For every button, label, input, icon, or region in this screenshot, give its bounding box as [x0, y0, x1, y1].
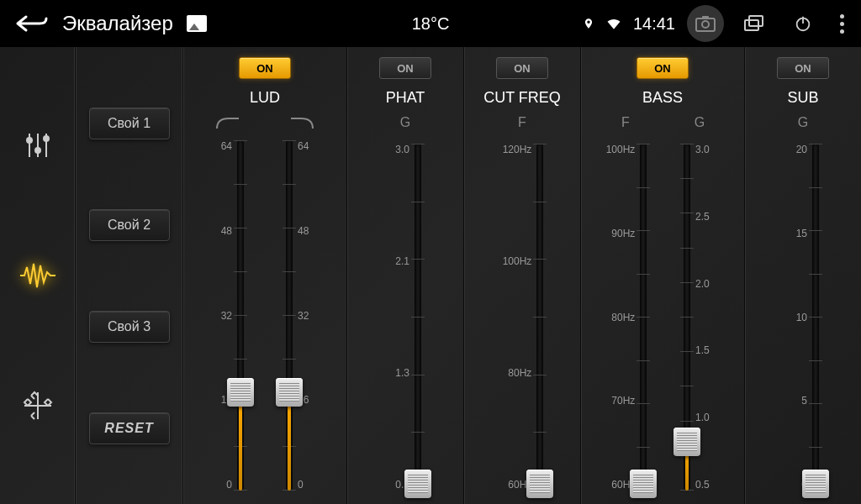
sliders-icon[interactable] [18, 125, 58, 165]
svg-point-10 [27, 138, 32, 143]
bass-g-sub-label: G [695, 115, 705, 134]
lud-thumb-2[interactable] [276, 378, 303, 407]
eq-col-cutfreq: ON CUT FREQ F 120Hz100Hz80Hz60Hz [464, 47, 581, 504]
waveform-icon[interactable] [18, 255, 58, 296]
bass-g-track[interactable] [684, 144, 690, 491]
bass-f-track[interactable] [640, 144, 647, 491]
cutfreq-track[interactable] [536, 144, 543, 491]
eq-col-phat: ON PHAT G 3.02.11.30.5 [347, 47, 464, 504]
cutfreq-label: CUT FREQ [483, 89, 561, 107]
curve-icon [215, 115, 240, 130]
sub-ticks: 20151050 [785, 139, 811, 496]
sub-sub-label: G [798, 115, 808, 134]
camera-button[interactable] [687, 5, 724, 42]
preset-column: Свой 1 Свой 2 Свой 3 RESET [76, 47, 183, 504]
location-icon [583, 18, 594, 29]
menu-dots[interactable] [833, 14, 851, 34]
bass-slider-f: F 100Hz90Hz80Hz70Hz60Hz [592, 115, 659, 504]
reset-button[interactable]: RESET [89, 412, 170, 444]
phat-track[interactable] [415, 144, 421, 491]
phat-sub-label: G [400, 115, 410, 134]
eq-col-lud: ON LUD 644832160 644832160 [183, 47, 347, 504]
sub-label: SUB [787, 89, 818, 107]
lud-ticks-2: 644832160 [294, 135, 320, 496]
svg-point-12 [44, 136, 49, 141]
svg-point-1 [702, 21, 709, 28]
sub-slider: G 20151050 [769, 115, 837, 504]
bass-f-ticks: 100Hz90Hz80Hz70Hz60Hz [603, 139, 639, 496]
balance-icon[interactable] [18, 386, 58, 426]
eq-area: ON LUD 644832160 644832160 [183, 47, 861, 504]
picture-icon[interactable] [187, 15, 207, 32]
lud-ticks-1: 644832160 [210, 135, 235, 496]
phat-thumb[interactable] [404, 470, 431, 498]
curve-icon [289, 115, 314, 130]
cutfreq-ticks: 120Hz100Hz80Hz60Hz [499, 139, 536, 496]
lud-slider-1: 644832160 [194, 115, 261, 504]
status-bar: Эквалайзер 18°C 14:41 [0, 0, 861, 47]
wifi-icon [606, 18, 621, 29]
main-area: Свой 1 Свой 2 Свой 3 RESET ON LUD 644832… [0, 47, 861, 504]
lud-slider-2: 644832160 [268, 115, 335, 504]
lud-thumb-1[interactable] [227, 378, 254, 407]
cutfreq-slider: F 120Hz100Hz80Hz60Hz [489, 115, 556, 504]
eq-col-sub: ON SUB G 20151050 [745, 47, 861, 504]
page-title: Эквалайзер [62, 12, 173, 35]
phat-ticks: 3.02.11.30.5 [388, 139, 413, 496]
lud-track-2[interactable] [286, 140, 293, 491]
bass-f-thumb[interactable] [630, 470, 657, 498]
sub-on-button[interactable]: ON [777, 57, 829, 79]
sub-track[interactable] [812, 144, 819, 491]
preset-3-button[interactable]: Свой 3 [89, 311, 170, 343]
multitask-button[interactable] [736, 5, 773, 42]
bass-on-button[interactable]: ON [637, 57, 689, 79]
lud-on-button[interactable]: ON [239, 57, 291, 79]
lud-track-1[interactable] [237, 140, 244, 491]
bass-f-sub-label: F [621, 115, 630, 134]
bass-slider-g: G 3.02.52.01.51.00.5 [666, 115, 733, 504]
phat-label: PHAT [386, 89, 425, 107]
sub-thumb[interactable] [802, 470, 829, 498]
cutfreq-sub-label: F [518, 115, 526, 134]
left-nav [0, 47, 76, 504]
power-button[interactable] [784, 5, 821, 42]
cutfreq-on-button[interactable]: ON [496, 57, 548, 79]
svg-rect-2 [702, 16, 709, 19]
svg-point-11 [35, 148, 40, 153]
back-button[interactable] [10, 7, 52, 40]
clock: 14:41 [633, 14, 675, 34]
bass-label: BASS [642, 89, 683, 107]
cutfreq-thumb[interactable] [526, 470, 553, 498]
phat-slider: G 3.02.11.30.5 [372, 115, 439, 504]
preset-2-button[interactable]: Свой 2 [89, 209, 170, 241]
bass-g-thumb[interactable] [673, 428, 700, 456]
phat-on-button[interactable]: ON [379, 57, 431, 79]
preset-1-button[interactable]: Свой 1 [89, 108, 170, 139]
lud-label: LUD [250, 89, 280, 107]
eq-col-bass: ON BASS F 100Hz90Hz80Hz70Hz60Hz G 3.02.5… [581, 47, 745, 504]
temperature: 18°C [412, 14, 450, 34]
